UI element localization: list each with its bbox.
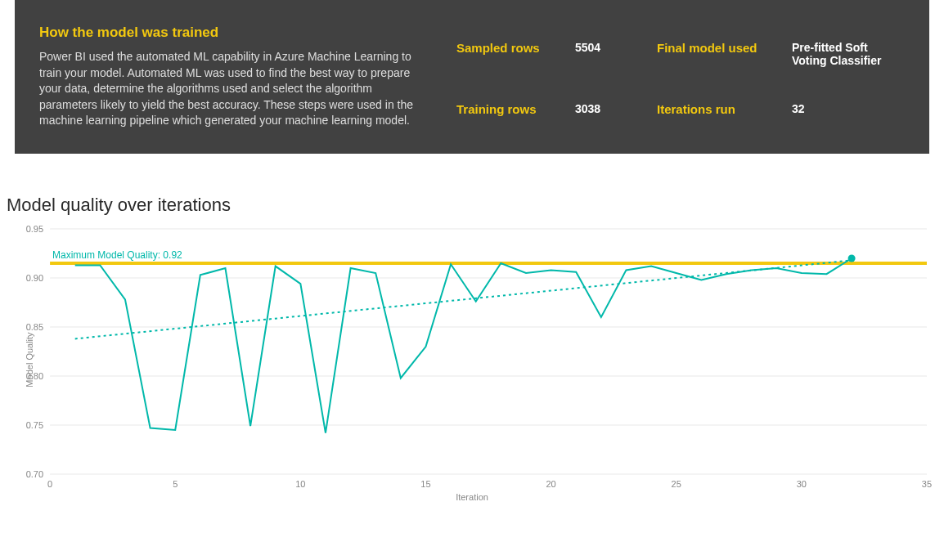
svg-text:0.70: 0.70 bbox=[26, 469, 43, 479]
stat-iterations-label: Iterations run bbox=[657, 102, 784, 116]
stat-final-model-value: Pre-fitted Soft Voting Classifier bbox=[792, 41, 905, 67]
training-info-text: How the model was trained Power BI used … bbox=[39, 25, 456, 129]
training-info-card: How the model was trained Power BI used … bbox=[15, 0, 929, 154]
svg-text:35: 35 bbox=[922, 479, 932, 489]
model-quality-chart: Model Quality Iteration Maximum Model Qu… bbox=[5, 221, 939, 499]
training-info-title: How the model was trained bbox=[39, 25, 432, 41]
stat-iterations-value: 32 bbox=[792, 102, 905, 115]
svg-text:0.90: 0.90 bbox=[26, 273, 43, 283]
svg-text:25: 25 bbox=[672, 479, 681, 489]
svg-text:20: 20 bbox=[546, 479, 555, 489]
model-quality-chart-section: Model quality over iterations Model Qual… bbox=[5, 195, 939, 499]
training-stats: Sampled rows 5504 Final model used Pre-f… bbox=[456, 25, 905, 129]
svg-text:30: 30 bbox=[797, 479, 807, 489]
stat-sampled-rows-value: 5504 bbox=[575, 41, 649, 54]
svg-text:5: 5 bbox=[173, 479, 178, 489]
svg-text:10: 10 bbox=[295, 479, 305, 489]
chart-y-label: Model Quality bbox=[25, 332, 34, 387]
chart-x-label: Iteration bbox=[456, 492, 488, 502]
svg-text:0.75: 0.75 bbox=[26, 420, 43, 430]
stat-training-rows-value: 3038 bbox=[575, 102, 649, 115]
svg-point-22 bbox=[848, 254, 856, 262]
svg-text:15: 15 bbox=[420, 479, 430, 489]
svg-text:0.95: 0.95 bbox=[26, 224, 43, 234]
stat-training-rows-label: Training rows bbox=[456, 102, 567, 116]
stat-final-model-label: Final model used bbox=[657, 41, 784, 55]
training-info-description: Power BI used the automated ML capabilit… bbox=[39, 49, 432, 129]
svg-text:0: 0 bbox=[47, 479, 52, 489]
chart-max-annotation: Maximum Model Quality: 0.92 bbox=[52, 249, 182, 261]
chart-title: Model quality over iterations bbox=[7, 195, 939, 216]
svg-text:0.85: 0.85 bbox=[26, 322, 43, 332]
stat-sampled-rows-label: Sampled rows bbox=[456, 41, 567, 55]
